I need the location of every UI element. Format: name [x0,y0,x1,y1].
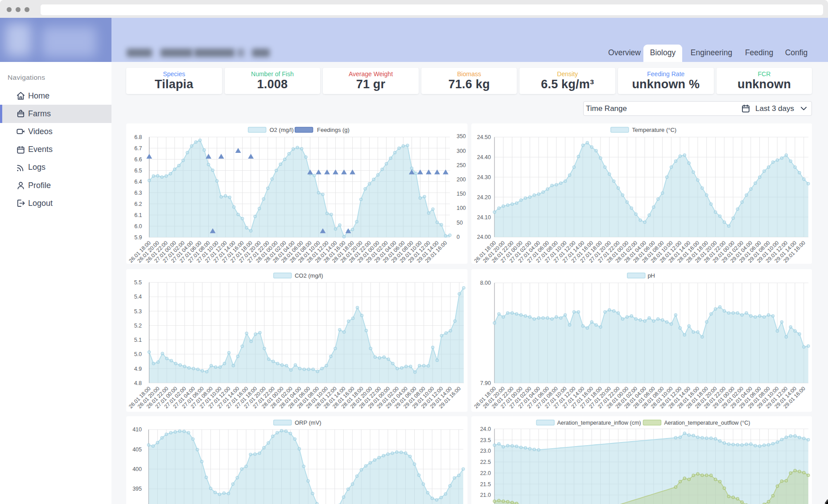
svg-text:50: 50 [457,220,463,226]
svg-text:6.0: 6.0 [134,223,142,229]
svg-text:23.0: 23.0 [480,448,490,454]
svg-text:5.2: 5.2 [134,323,142,329]
svg-text:5.5: 5.5 [134,279,142,286]
svg-text:21.5: 21.5 [480,481,490,488]
svg-text:O2 (mg/l): O2 (mg/l) [269,127,293,133]
svg-text:6.7: 6.7 [134,145,142,152]
svg-text:4.8: 4.8 [134,380,142,386]
svg-text:Temperature (°C): Temperature (°C) [632,127,676,133]
svg-text:Aeration_temperature_inflow (c: Aeration_temperature_inflow (cm) [557,420,641,426]
svg-text:150: 150 [457,191,466,197]
svg-text:24.0: 24.0 [480,426,490,432]
svg-text:23.5: 23.5 [480,437,490,443]
svg-text:5.3: 5.3 [134,308,142,315]
svg-text:ORP (mV): ORP (mV) [295,419,321,426]
svg-text:24.50: 24.50 [477,134,490,140]
svg-text:5.4: 5.4 [134,294,142,300]
svg-text:350: 350 [457,134,466,140]
svg-text:8.00: 8.00 [480,280,490,286]
svg-text:6.6: 6.6 [134,156,142,163]
svg-text:24.10: 24.10 [477,214,490,221]
svg-text:6.8: 6.8 [134,134,142,140]
svg-text:0: 0 [457,234,460,240]
svg-text:395: 395 [132,486,142,492]
svg-text:CO2 (mg/l): CO2 (mg/l) [295,272,323,279]
svg-text:24.20: 24.20 [477,194,490,201]
svg-text:22.0: 22.0 [480,470,490,476]
svg-text:410: 410 [132,426,142,433]
svg-text:4.9: 4.9 [134,366,142,372]
svg-text:5.9: 5.9 [134,234,142,241]
svg-text:6.3: 6.3 [134,190,142,196]
svg-text:5.1: 5.1 [134,337,142,343]
svg-text:6.2: 6.2 [134,201,142,207]
svg-text:24.30: 24.30 [477,174,490,180]
svg-text:200: 200 [457,176,466,183]
svg-text:6.1: 6.1 [134,212,142,218]
svg-text:5.0: 5.0 [134,351,142,357]
svg-text:24.40: 24.40 [477,154,490,160]
svg-text:400: 400 [132,466,142,472]
svg-text:pH: pH [647,272,655,279]
svg-text:22.5: 22.5 [480,459,490,465]
svg-text:24.00: 24.00 [477,234,490,240]
svg-text:21.0: 21.0 [480,492,490,498]
svg-text:250: 250 [457,162,466,168]
svg-text:7.90: 7.90 [480,380,490,386]
svg-text:6.4: 6.4 [134,179,142,185]
svg-text:6.5: 6.5 [134,168,142,174]
svg-text:Aeration_temperature_outflow (: Aeration_temperature_outflow (°C) [664,420,750,426]
svg-text:100: 100 [457,205,466,211]
svg-text:300: 300 [457,148,466,154]
svg-text:405: 405 [132,447,142,453]
svg-text:Feedings (g): Feedings (g) [317,127,350,133]
